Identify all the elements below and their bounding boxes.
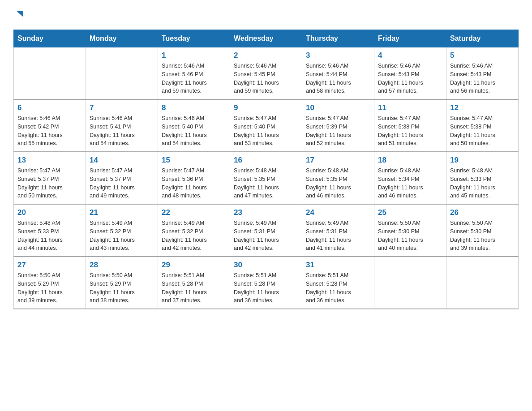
- calendar-cell: 19Sunrise: 5:48 AM Sunset: 5:33 PM Dayli…: [446, 152, 519, 204]
- header-sunday: Sunday: [14, 30, 86, 47]
- calendar-cell: 4Sunrise: 5:46 AM Sunset: 5:43 PM Daylig…: [374, 47, 446, 100]
- day-info: Sunrise: 5:50 AM Sunset: 5:30 PM Dayligh…: [378, 219, 442, 253]
- day-info: Sunrise: 5:50 AM Sunset: 5:30 PM Dayligh…: [450, 219, 515, 253]
- day-number: 17: [306, 156, 370, 165]
- day-number: 23: [234, 208, 298, 217]
- week-row-1: 1Sunrise: 5:46 AM Sunset: 5:46 PM Daylig…: [14, 47, 519, 100]
- week-row-5: 27Sunrise: 5:50 AM Sunset: 5:29 PM Dayli…: [14, 257, 519, 309]
- day-info: Sunrise: 5:46 AM Sunset: 5:42 PM Dayligh…: [17, 114, 82, 148]
- day-info: Sunrise: 5:49 AM Sunset: 5:32 PM Dayligh…: [162, 219, 226, 253]
- calendar-cell: 11Sunrise: 5:47 AM Sunset: 5:38 PM Dayli…: [374, 99, 446, 152]
- day-info: Sunrise: 5:51 AM Sunset: 5:28 PM Dayligh…: [234, 271, 298, 305]
- day-info: Sunrise: 5:47 AM Sunset: 5:37 PM Dayligh…: [17, 167, 82, 200]
- day-info: Sunrise: 5:48 AM Sunset: 5:33 PM Dayligh…: [17, 219, 82, 253]
- day-info: Sunrise: 5:51 AM Sunset: 5:28 PM Dayligh…: [162, 271, 226, 305]
- calendar-table: Sunday Monday Tuesday Wednesday Thursday…: [13, 30, 519, 309]
- day-number: 3: [306, 51, 370, 60]
- day-info: Sunrise: 5:48 AM Sunset: 5:35 PM Dayligh…: [234, 167, 298, 200]
- calendar-cell: 17Sunrise: 5:48 AM Sunset: 5:35 PM Dayli…: [302, 152, 374, 204]
- day-info: Sunrise: 5:50 AM Sunset: 5:29 PM Dayligh…: [17, 271, 82, 305]
- day-number: 5: [450, 51, 515, 60]
- day-number: 6: [17, 103, 82, 112]
- day-number: 4: [378, 51, 442, 60]
- header-saturday: Saturday: [446, 30, 519, 47]
- calendar-cell: 28Sunrise: 5:50 AM Sunset: 5:29 PM Dayli…: [86, 257, 158, 309]
- calendar-cell: 27Sunrise: 5:50 AM Sunset: 5:29 PM Dayli…: [14, 257, 86, 309]
- calendar-cell: 29Sunrise: 5:51 AM Sunset: 5:28 PM Dayli…: [158, 257, 230, 309]
- day-info: Sunrise: 5:51 AM Sunset: 5:28 PM Dayligh…: [306, 271, 370, 305]
- header-thursday: Thursday: [302, 30, 374, 47]
- calendar-cell: 24Sunrise: 5:49 AM Sunset: 5:31 PM Dayli…: [302, 204, 374, 257]
- calendar-cell: 3Sunrise: 5:46 AM Sunset: 5:44 PM Daylig…: [302, 47, 374, 100]
- day-number: 12: [450, 103, 515, 112]
- day-number: 31: [306, 261, 370, 270]
- week-row-4: 20Sunrise: 5:48 AM Sunset: 5:33 PM Dayli…: [14, 204, 519, 257]
- day-info: Sunrise: 5:49 AM Sunset: 5:31 PM Dayligh…: [234, 219, 298, 253]
- header-tuesday: Tuesday: [158, 30, 230, 47]
- logo: [13, 9, 24, 21]
- calendar-cell: 6Sunrise: 5:46 AM Sunset: 5:42 PM Daylig…: [14, 99, 86, 152]
- day-info: Sunrise: 5:49 AM Sunset: 5:32 PM Dayligh…: [90, 219, 154, 253]
- calendar-cell: 20Sunrise: 5:48 AM Sunset: 5:33 PM Dayli…: [14, 204, 86, 257]
- day-info: Sunrise: 5:46 AM Sunset: 5:41 PM Dayligh…: [90, 114, 154, 148]
- day-number: 18: [378, 156, 442, 165]
- calendar-cell: 21Sunrise: 5:49 AM Sunset: 5:32 PM Dayli…: [86, 204, 158, 257]
- week-row-2: 6Sunrise: 5:46 AM Sunset: 5:42 PM Daylig…: [14, 99, 519, 152]
- calendar-cell: 14Sunrise: 5:47 AM Sunset: 5:37 PM Dayli…: [86, 152, 158, 204]
- day-number: 7: [90, 103, 154, 112]
- day-info: Sunrise: 5:47 AM Sunset: 5:38 PM Dayligh…: [450, 114, 515, 148]
- day-info: Sunrise: 5:46 AM Sunset: 5:40 PM Dayligh…: [162, 114, 226, 148]
- svg-marker-0: [16, 11, 23, 17]
- day-number: 27: [17, 261, 82, 270]
- day-number: 1: [162, 51, 226, 60]
- day-number: 28: [90, 261, 154, 270]
- calendar-cell: 22Sunrise: 5:49 AM Sunset: 5:32 PM Dayli…: [158, 204, 230, 257]
- calendar-cell: 23Sunrise: 5:49 AM Sunset: 5:31 PM Dayli…: [230, 204, 302, 257]
- calendar-cell: 1Sunrise: 5:46 AM Sunset: 5:46 PM Daylig…: [158, 47, 230, 100]
- day-number: 21: [90, 208, 154, 217]
- header-friday: Friday: [374, 30, 446, 47]
- day-info: Sunrise: 5:48 AM Sunset: 5:35 PM Dayligh…: [306, 167, 370, 200]
- calendar-cell: 30Sunrise: 5:51 AM Sunset: 5:28 PM Dayli…: [230, 257, 302, 309]
- day-number: 20: [17, 208, 82, 217]
- calendar-cell: 25Sunrise: 5:50 AM Sunset: 5:30 PM Dayli…: [374, 204, 446, 257]
- calendar-cell: 8Sunrise: 5:46 AM Sunset: 5:40 PM Daylig…: [158, 99, 230, 152]
- calendar-cell: 10Sunrise: 5:47 AM Sunset: 5:39 PM Dayli…: [302, 99, 374, 152]
- day-number: 2: [234, 51, 298, 60]
- day-number: 14: [90, 156, 154, 165]
- week-row-3: 13Sunrise: 5:47 AM Sunset: 5:37 PM Dayli…: [14, 152, 519, 204]
- calendar-cell: [86, 47, 158, 100]
- calendar-cell: 13Sunrise: 5:47 AM Sunset: 5:37 PM Dayli…: [14, 152, 86, 204]
- day-info: Sunrise: 5:48 AM Sunset: 5:34 PM Dayligh…: [378, 167, 442, 200]
- calendar-header-row: Sunday Monday Tuesday Wednesday Thursday…: [14, 30, 519, 47]
- day-info: Sunrise: 5:46 AM Sunset: 5:43 PM Dayligh…: [450, 62, 515, 95]
- day-info: Sunrise: 5:48 AM Sunset: 5:33 PM Dayligh…: [450, 167, 515, 200]
- calendar-cell: 18Sunrise: 5:48 AM Sunset: 5:34 PM Dayli…: [374, 152, 446, 204]
- day-info: Sunrise: 5:47 AM Sunset: 5:36 PM Dayligh…: [162, 167, 226, 200]
- calendar-cell: 26Sunrise: 5:50 AM Sunset: 5:30 PM Dayli…: [446, 204, 519, 257]
- day-number: 16: [234, 156, 298, 165]
- day-number: 25: [378, 208, 442, 217]
- day-number: 8: [162, 103, 226, 112]
- day-info: Sunrise: 5:46 AM Sunset: 5:45 PM Dayligh…: [234, 62, 298, 95]
- header-monday: Monday: [86, 30, 158, 47]
- calendar-cell: 2Sunrise: 5:46 AM Sunset: 5:45 PM Daylig…: [230, 47, 302, 100]
- day-info: Sunrise: 5:46 AM Sunset: 5:43 PM Dayligh…: [378, 62, 442, 95]
- calendar-cell: [14, 47, 86, 100]
- day-info: Sunrise: 5:47 AM Sunset: 5:38 PM Dayligh…: [378, 114, 442, 148]
- calendar-cell: [374, 257, 446, 309]
- day-number: 11: [378, 103, 442, 112]
- day-number: 30: [234, 261, 298, 270]
- day-number: 15: [162, 156, 226, 165]
- day-number: 13: [17, 156, 82, 165]
- calendar-cell: 7Sunrise: 5:46 AM Sunset: 5:41 PM Daylig…: [86, 99, 158, 152]
- calendar-cell: 15Sunrise: 5:47 AM Sunset: 5:36 PM Dayli…: [158, 152, 230, 204]
- calendar-cell: 16Sunrise: 5:48 AM Sunset: 5:35 PM Dayli…: [230, 152, 302, 204]
- day-number: 26: [450, 208, 515, 217]
- header-wednesday: Wednesday: [230, 30, 302, 47]
- page-header: [13, 9, 519, 21]
- day-number: 22: [162, 208, 226, 217]
- calendar-cell: 12Sunrise: 5:47 AM Sunset: 5:38 PM Dayli…: [446, 99, 519, 152]
- calendar-cell: 9Sunrise: 5:47 AM Sunset: 5:40 PM Daylig…: [230, 99, 302, 152]
- calendar-cell: [446, 257, 519, 309]
